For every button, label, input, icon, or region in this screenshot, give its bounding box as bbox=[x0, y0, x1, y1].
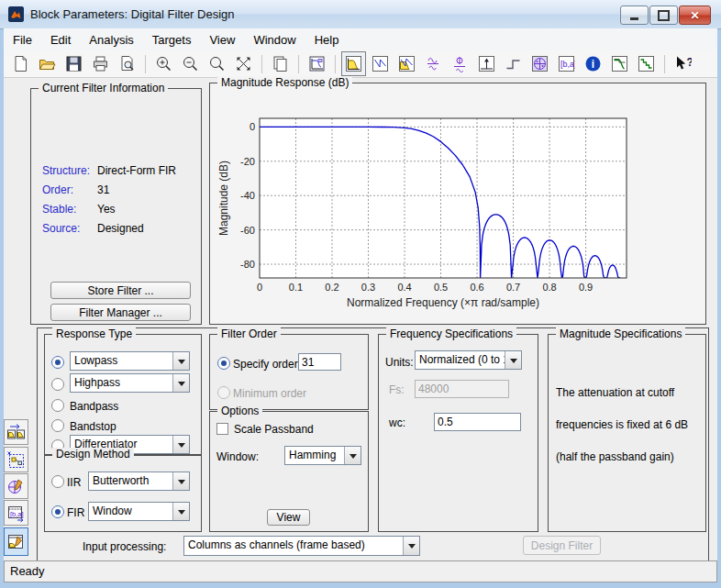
svg-text:-20: -20 bbox=[240, 156, 255, 167]
fir-radio[interactable] bbox=[51, 505, 64, 518]
full-view-button[interactable] bbox=[231, 51, 256, 76]
magnitude-response-group: Magnitude Response (dB) 0-20-40-60-8000.… bbox=[209, 83, 706, 325]
minimum-order-label: Minimum order bbox=[233, 387, 306, 400]
minimize-icon bbox=[630, 17, 638, 20]
magnitude-response-title: Magnitude Response (dB) bbox=[217, 76, 352, 89]
print-preview-icon bbox=[118, 55, 136, 72]
magnitude-and-phase-button[interactable] bbox=[394, 51, 419, 76]
magnitude-response-button[interactable] bbox=[341, 51, 366, 76]
status-text: Ready bbox=[10, 564, 45, 578]
context-help-button[interactable]: ? bbox=[671, 51, 695, 76]
copy-button[interactable] bbox=[268, 51, 293, 76]
step-response-icon bbox=[505, 55, 522, 72]
filter-specifications-button[interactable] bbox=[305, 51, 329, 76]
menu-item-targets[interactable]: Targets bbox=[143, 29, 201, 50]
view-button[interactable]: View bbox=[267, 509, 310, 526]
svg-text:?: ? bbox=[687, 56, 693, 69]
realize-model-button[interactable] bbox=[4, 447, 28, 472]
svg-text:[b,a]: [b,a] bbox=[10, 509, 24, 517]
highpass-radio[interactable] bbox=[51, 378, 64, 391]
source-value: Designed bbox=[97, 222, 144, 235]
specify-order-radio[interactable] bbox=[217, 357, 230, 370]
step-response-button[interactable] bbox=[501, 51, 526, 76]
zoom-out-button[interactable] bbox=[178, 51, 203, 76]
order-value: 31 bbox=[97, 183, 109, 196]
svg-text:0.4: 0.4 bbox=[397, 282, 411, 293]
maximize-button[interactable] bbox=[649, 6, 678, 25]
transform-filter-button[interactable] bbox=[4, 419, 28, 445]
phase-response-icon bbox=[372, 55, 389, 72]
menu-item-help[interactable]: Help bbox=[305, 29, 349, 50]
wc-input[interactable] bbox=[434, 413, 521, 431]
block-parameters-window: Block Parameters: Digital Filter Design … bbox=[0, 0, 721, 588]
open-button[interactable] bbox=[35, 51, 60, 76]
pole-zero-icon bbox=[531, 55, 549, 72]
response-type-title: Response Type bbox=[52, 327, 136, 340]
phase-delay-button[interactable] bbox=[448, 51, 472, 76]
iir-radio[interactable] bbox=[51, 475, 64, 488]
svg-text:-80: -80 bbox=[240, 259, 255, 270]
menu-item-view[interactable]: View bbox=[200, 29, 244, 50]
minimize-button[interactable] bbox=[620, 6, 649, 25]
fs-label: Fs: bbox=[389, 383, 405, 396]
group-delay-icon bbox=[425, 55, 442, 72]
print-preview-button[interactable] bbox=[115, 51, 139, 76]
svg-text:0.7: 0.7 bbox=[506, 282, 520, 293]
filter-information-button[interactable]: i bbox=[581, 51, 605, 76]
magnitude-specs-line-2: frequencies is fixed at 6 dB bbox=[556, 418, 688, 431]
scale-passband-checkbox[interactable] bbox=[216, 423, 228, 435]
zoom-in-button[interactable] bbox=[151, 51, 176, 76]
frequency-specifications-title: Frequency Specifications bbox=[386, 327, 516, 340]
close-button[interactable]: ✕ bbox=[679, 6, 711, 25]
filter-information-icon: i bbox=[584, 55, 602, 72]
realize-model-icon bbox=[6, 450, 26, 470]
matlab-icon bbox=[8, 6, 24, 22]
svg-text:i: i bbox=[592, 58, 594, 71]
window-label: Window: bbox=[216, 450, 259, 463]
save-button[interactable] bbox=[61, 51, 86, 76]
new-button[interactable] bbox=[8, 51, 33, 76]
print-button[interactable] bbox=[88, 51, 113, 76]
specify-order-input[interactable] bbox=[298, 353, 341, 371]
zoom-reset-button[interactable] bbox=[205, 51, 229, 76]
spec-mask-button[interactable] bbox=[607, 51, 632, 76]
magnitude-specifications-title: Magnitude Specifications bbox=[556, 327, 685, 340]
stable-value: Yes bbox=[97, 203, 116, 216]
lowpass-radio[interactable] bbox=[51, 356, 64, 369]
new-icon bbox=[12, 55, 29, 72]
magnitude-specs-line-3: (half the passband gain) bbox=[556, 450, 674, 463]
svg-text:Normalized Frequency (×π rad/s: Normalized Frequency (×π rad/sample) bbox=[347, 296, 539, 309]
input-processing-select[interactable]: Columns as channels (frame based) bbox=[183, 536, 420, 556]
svg-text:0.9: 0.9 bbox=[579, 282, 593, 293]
bandpass-radio[interactable] bbox=[51, 399, 64, 412]
menu-item-window[interactable]: Window bbox=[244, 29, 305, 50]
structure-label: Structure: bbox=[42, 164, 90, 177]
menu-item-file[interactable]: File bbox=[4, 29, 41, 50]
menu-item-analysis[interactable]: Analysis bbox=[80, 29, 142, 50]
fir-method-select[interactable]: Window bbox=[88, 502, 190, 521]
iir-method-select[interactable]: Butterworth bbox=[88, 472, 190, 491]
lowpass-select[interactable]: Lowpass bbox=[70, 351, 190, 371]
noise-spectrum-button[interactable] bbox=[634, 51, 659, 76]
design-filter-panel-button[interactable] bbox=[4, 527, 28, 556]
pole-zero-button[interactable] bbox=[527, 51, 552, 76]
units-select[interactable]: Normalized (0 to 1) bbox=[415, 350, 522, 370]
highpass-select[interactable]: Highpass bbox=[70, 373, 190, 393]
input-processing-label: Input processing: bbox=[83, 540, 166, 553]
pole-zero-editor-button[interactable] bbox=[4, 473, 28, 499]
coefficients-button[interactable]: [b,a] bbox=[554, 51, 579, 76]
magnitude-specs-line-1: The attenuation at cutoff bbox=[556, 386, 674, 399]
store-filter-button[interactable]: Store Filter ... bbox=[50, 282, 191, 299]
phase-response-button[interactable] bbox=[368, 51, 393, 76]
filter-manager-button[interactable]: Filter Manager ... bbox=[50, 304, 191, 321]
import-filter-button[interactable]: [b,a] bbox=[4, 500, 28, 526]
toolbar: [b,a] i ? bbox=[4, 50, 717, 78]
chevron-down-icon bbox=[403, 537, 419, 555]
impulse-response-button[interactable] bbox=[474, 51, 499, 76]
menu-item-edit[interactable]: Edit bbox=[41, 29, 80, 50]
group-delay-button[interactable] bbox=[421, 51, 446, 76]
window-select[interactable]: Hamming bbox=[284, 446, 361, 465]
bandstop-radio[interactable] bbox=[51, 419, 64, 432]
current-filter-information-title: Current Filter Information bbox=[39, 82, 168, 94]
svg-text:-60: -60 bbox=[240, 225, 255, 236]
